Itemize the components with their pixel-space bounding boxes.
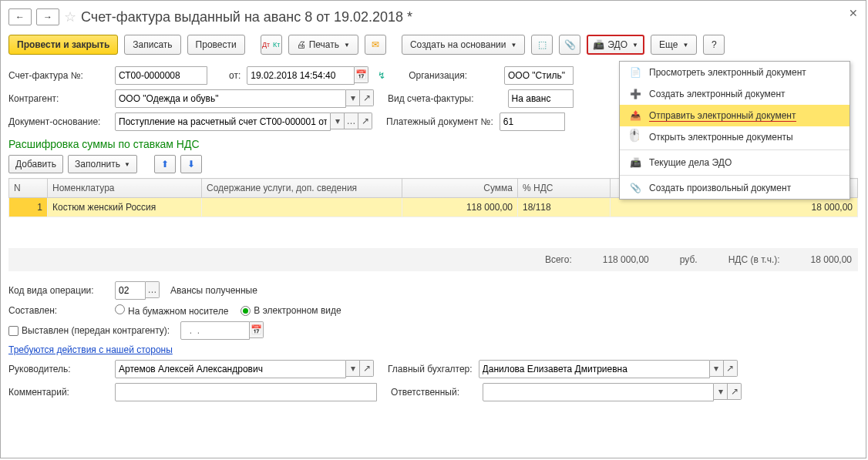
send-icon: 📤 [629,109,641,122]
date-input[interactable] [251,67,351,84]
more-button[interactable]: Еще▼ [651,35,697,55]
issued-date[interactable] [184,322,246,339]
print-button[interactable]: 🖨Печать▼ [288,35,358,55]
totals-row: Всего: 118 000,00 руб. НДС (в т.ч.): 18 … [8,248,858,271]
post-button[interactable]: Провести [187,35,245,55]
document-icon: 📄 [629,66,641,79]
post-and-close-button[interactable]: Провести и закрыть [8,35,118,55]
manager-input[interactable] [119,361,342,378]
action-required-link[interactable]: Требуются действия с нашей стороны [8,344,173,355]
fax-icon: 📠 [593,39,604,50]
move-down-button[interactable]: ⬇ [180,155,202,173]
add-row-button[interactable]: Добавить [8,155,63,173]
basis-input[interactable] [119,113,327,130]
edo-dropdown: 📄Просмотреть электронный документ ➕Созда… [619,61,850,200]
move-up-button[interactable]: ⬆ [154,155,176,173]
write-button[interactable]: Записать [124,35,180,55]
accountant-input[interactable] [483,361,706,378]
window-title: Счет-фактура выданный на аванс 8 от 19.0… [81,9,412,25]
edo-custom-item[interactable]: 📎Создать произвольный документ [620,177,849,199]
close-window[interactable]: ✕ [849,7,858,19]
calendar-button[interactable]: 📅 [355,66,368,83]
dropdown-button[interactable]: ▾ [346,89,360,106]
invoice-label: Счет-фактура №: [8,70,109,81]
radio-electronic[interactable]: В электронном виде [241,305,341,316]
email-button[interactable]: ✉ [365,35,386,55]
help-button[interactable]: ? [703,35,725,55]
paydoc-input[interactable] [503,113,561,130]
responsible-input[interactable] [486,384,710,401]
debit-credit-button[interactable]: ДтКт [261,35,282,55]
invoice-type-input[interactable] [512,90,570,107]
edo-create-item[interactable]: ➕Создать электронный документ [620,83,849,105]
paperclip-icon: 📎 [564,39,576,50]
op-code-input[interactable] [119,282,142,299]
radio-paper[interactable]: На бумажном носителе [115,304,228,317]
mouse-cursor-icon: 🖱️ [627,128,642,143]
edo-send-item[interactable]: 📤Отправить электронный документ [620,105,849,126]
paperclip-icon: 📎 [629,182,641,194]
create-on-basis-button[interactable]: Создать на основании▼ [402,35,525,55]
invoice-no-input[interactable] [119,67,204,84]
fax-icon: 📠 [629,156,641,169]
nav-forward[interactable]: → [36,8,59,25]
edo-view-item[interactable]: 📄Просмотреть электронный документ [620,62,849,83]
nav-back[interactable]: ← [8,8,32,25]
attachment-button[interactable]: 📎 [559,35,580,55]
printer-icon: 🖨 [297,39,306,50]
comment-input[interactable] [119,384,373,401]
issued-checkbox[interactable]: Выставлен (передан контрагенту): [8,325,170,336]
post-status-icon[interactable]: ↯ [375,67,389,84]
fill-button[interactable]: Заполнить▼ [68,155,137,173]
edo-current-item[interactable]: 📠Текущие дела ЭДО [620,152,849,173]
structure-button[interactable]: ⬚ [531,35,553,55]
favorite-icon[interactable]: ☆ [64,8,76,25]
counterparty-input[interactable] [119,90,342,107]
open-button[interactable]: ↗ [360,89,374,106]
table-row[interactable]: 1 Костюм женский Россия 118 000,00 18/11… [9,198,858,217]
edo-button[interactable]: 📠ЭДО▼ [587,35,644,55]
plus-icon: ➕ [629,88,641,100]
edo-open-item[interactable]: 🗂Открыть электронные документы [620,126,849,148]
org-input[interactable] [508,67,570,84]
